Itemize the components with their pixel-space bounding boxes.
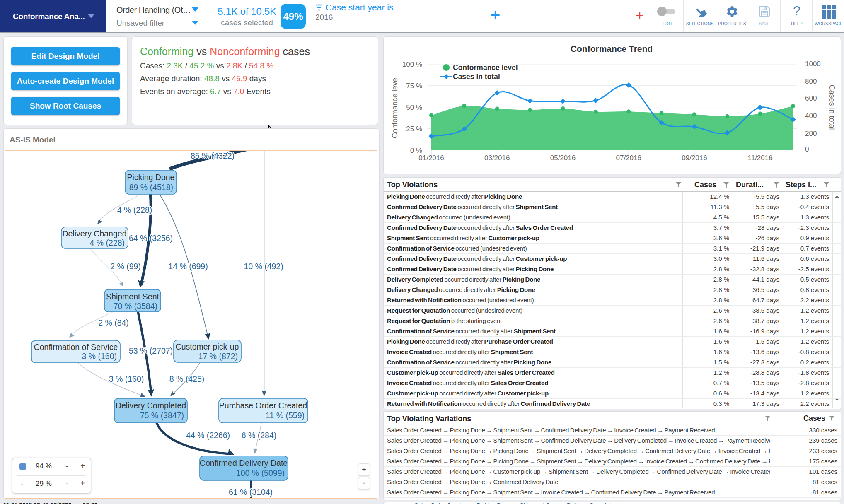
svg-text:14 % (699): 14 % (699) bbox=[168, 262, 208, 271]
svg-text:1000: 1000 bbox=[805, 60, 821, 68]
svg-text:11/2016: 11/2016 bbox=[747, 154, 772, 162]
svg-text:03/2016: 03/2016 bbox=[484, 154, 510, 162]
svg-text:3 % (160): 3 % (160) bbox=[82, 352, 117, 361]
svg-text:01/2016: 01/2016 bbox=[418, 154, 444, 162]
svg-text:4 % (228): 4 % (228) bbox=[117, 205, 152, 215]
svg-text:61 % (3104): 61 % (3104) bbox=[229, 487, 273, 497]
svg-text:Delivery Changed: Delivery Changed bbox=[62, 229, 126, 238]
svg-text:09/2016: 09/2016 bbox=[682, 154, 707, 162]
svg-text:2 % (99): 2 % (99) bbox=[110, 262, 141, 271]
svg-text:25 %: 25 % bbox=[406, 125, 422, 133]
svg-text:Shipment Sent: Shipment Sent bbox=[106, 292, 159, 301]
svg-text:64 % (3256): 64 % (3256) bbox=[129, 234, 173, 243]
svg-text:8 % (425): 8 % (425) bbox=[169, 374, 205, 383]
svg-text:75 % (3847): 75 % (3847) bbox=[140, 411, 184, 420]
svg-text:400: 400 bbox=[805, 112, 817, 120]
svg-text:0 %: 0 % bbox=[410, 147, 422, 154]
svg-text:2 % (84): 2 % (84) bbox=[98, 318, 129, 327]
svg-text:Customer pick-up: Customer pick-up bbox=[176, 342, 239, 351]
svg-text:0: 0 bbox=[805, 145, 809, 153]
svg-text:4 % (228): 4 % (228) bbox=[89, 238, 125, 247]
svg-text:Confirmation of Service: Confirmation of Service bbox=[34, 342, 118, 352]
svg-text:6 % (284): 6 % (284) bbox=[242, 431, 277, 440]
svg-text:70 % (3584): 70 % (3584) bbox=[114, 301, 157, 311]
svg-text:Picking Done: Picking Done bbox=[127, 173, 175, 182]
svg-text:53 % (2707): 53 % (2707) bbox=[129, 346, 173, 355]
svg-text:11 % (559): 11 % (559) bbox=[266, 411, 305, 420]
svg-text:85 % (4322): 85 % (4322) bbox=[191, 151, 235, 160]
svg-text:3 % (160): 3 % (160) bbox=[109, 374, 144, 383]
svg-text:17 % (872): 17 % (872) bbox=[198, 352, 238, 361]
svg-text:05/2016: 05/2016 bbox=[550, 154, 576, 162]
svg-text:10 % (492): 10 % (492) bbox=[244, 262, 283, 271]
svg-text:Delivery Completed: Delivery Completed bbox=[116, 401, 186, 410]
svg-text:50 %: 50 % bbox=[406, 104, 422, 111]
svg-text:Conformance level: Conformance level bbox=[391, 76, 399, 138]
svg-text:Cases in total: Cases in total bbox=[453, 72, 500, 81]
svg-text:800: 800 bbox=[805, 77, 817, 85]
svg-text:Conformance level: Conformance level bbox=[453, 63, 518, 72]
svg-text:44 % (2266): 44 % (2266) bbox=[186, 431, 230, 440]
svg-text:200: 200 bbox=[805, 130, 817, 137]
svg-text:100 % (5099): 100 % (5099) bbox=[236, 468, 285, 477]
svg-text:600: 600 bbox=[805, 94, 817, 102]
svg-text:Cases in total: Cases in total bbox=[828, 84, 836, 130]
svg-text:100 %: 100 % bbox=[402, 60, 422, 68]
svg-text:Purchase Order Created: Purchase Order Created bbox=[219, 401, 307, 410]
svg-text:89 % (4518): 89 % (4518) bbox=[129, 183, 173, 192]
svg-text:07/2016: 07/2016 bbox=[616, 154, 641, 162]
svg-text:Conformance Trend: Conformance Trend bbox=[571, 44, 653, 53]
svg-text:Confirmed Delivery Date: Confirmed Delivery Date bbox=[200, 458, 288, 468]
svg-text:75 %: 75 % bbox=[406, 82, 422, 90]
